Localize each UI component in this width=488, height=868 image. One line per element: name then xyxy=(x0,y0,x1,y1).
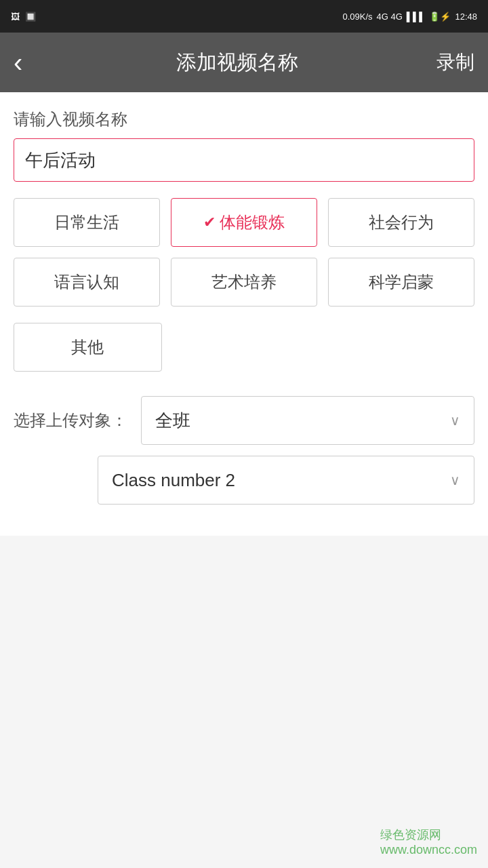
back-icon: ‹ xyxy=(14,47,22,78)
back-button[interactable]: ‹ xyxy=(14,47,54,78)
chevron-down-icon: ∨ xyxy=(450,412,460,429)
page-title: 添加视频名称 xyxy=(54,49,420,77)
tag-art-label: 艺术培养 xyxy=(211,271,277,293)
watermark-text: 绿色资源网 xyxy=(380,827,477,843)
tag-other[interactable]: 其他 xyxy=(14,323,162,372)
network-type: 4G 4G xyxy=(377,12,403,22)
tag-science[interactable]: 科学启蒙 xyxy=(328,258,474,307)
class-number-dropdown[interactable]: Class number 2 ∨ xyxy=(98,456,474,505)
check-icon: ✔ xyxy=(203,214,216,231)
tag-daily-label: 日常生活 xyxy=(54,212,119,233)
class-number-value: Class number 2 xyxy=(112,470,235,491)
battery-icon: 🔋⚡ xyxy=(429,12,451,22)
tag-social-label: 社会行为 xyxy=(369,212,434,233)
watermark-url: www.downcc.com xyxy=(380,843,477,857)
speed-indicator: 0.09K/s xyxy=(342,12,372,22)
tag-other-label: 其他 xyxy=(71,336,104,358)
video-name-input[interactable] xyxy=(14,138,474,182)
form-content: 请输入视频名称 日常生活 ✔ 体能锻炼 社会行为 语言认知 艺术培养 科学启蒙 … xyxy=(0,92,488,536)
upload-row: 选择上传对象： 全班 ∨ xyxy=(14,396,474,445)
upload-section: 选择上传对象： 全班 ∨ Class number 2 ∨ xyxy=(14,396,474,505)
audience-dropdown-value: 全班 xyxy=(155,409,190,433)
audience-dropdown[interactable]: 全班 ∨ xyxy=(141,396,474,445)
time-display: 12:48 xyxy=(455,12,477,22)
watermark: 绿色资源网 www.downcc.com xyxy=(380,827,477,857)
tag-language-label: 语言认知 xyxy=(54,271,119,293)
tag-language[interactable]: 语言认知 xyxy=(14,258,160,307)
status-right: 0.09K/s 4G 4G ▌▌▌ 🔋⚡ 12:48 xyxy=(342,12,477,22)
input-label: 请输入视频名称 xyxy=(14,108,474,130)
category-tags-grid: 日常生活 ✔ 体能锻炼 社会行为 语言认知 艺术培养 科学启蒙 xyxy=(14,198,474,307)
picture-icon: 🖼 xyxy=(11,12,20,22)
tag-social[interactable]: 社会行为 xyxy=(328,198,474,247)
signal-icon: ▌▌▌ xyxy=(407,12,426,22)
class-dropdown-row: Class number 2 ∨ xyxy=(14,456,474,505)
upload-label: 选择上传对象： xyxy=(14,410,127,431)
chevron-down-icon-2: ∨ xyxy=(450,472,460,488)
tag-fitness-label: 体能锻炼 xyxy=(220,212,285,233)
tag-art[interactable]: 艺术培养 xyxy=(171,258,317,307)
status-left: 🖼 🔲 xyxy=(11,12,36,22)
tag-daily[interactable]: 日常生活 xyxy=(14,198,160,247)
status-bar: 🖼 🔲 0.09K/s 4G 4G ▌▌▌ 🔋⚡ 12:48 xyxy=(0,0,488,33)
navbar: ‹ 添加视频名称 录制 xyxy=(0,33,488,92)
tag-science-label: 科学启蒙 xyxy=(369,271,434,293)
record-button[interactable]: 录制 xyxy=(420,50,474,75)
notification-icon: 🔲 xyxy=(25,12,36,22)
tag-fitness[interactable]: ✔ 体能锻炼 xyxy=(171,198,317,247)
